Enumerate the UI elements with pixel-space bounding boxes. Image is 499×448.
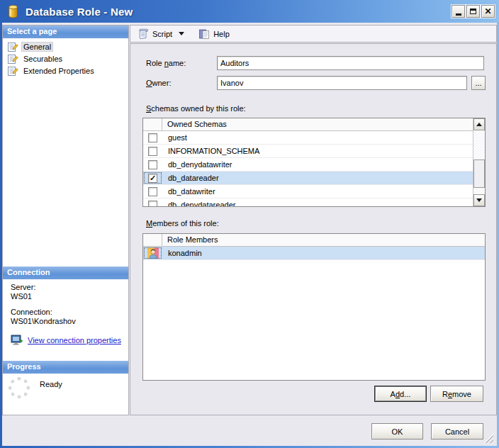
schema-checkbox-cell (143, 131, 162, 144)
connection-properties-icon (11, 335, 23, 346)
schemas-scrollbar[interactable] (473, 118, 485, 206)
schema-checkbox[interactable] (148, 201, 157, 207)
scrollbar-up-button[interactable] (473, 118, 485, 130)
sidebar-item-general[interactable]: General (4, 40, 127, 52)
maximize-button[interactable] (466, 5, 480, 18)
schemas-table: Owned Schemas guest INFORMATION_SCHEMA d… (142, 118, 486, 207)
schema-row-db-datareader[interactable]: ✓ db_datareader (143, 172, 473, 185)
members-table-header: Role Members (143, 234, 485, 247)
add-button[interactable]: Add... (374, 386, 427, 402)
window-title: Database Role - New (26, 6, 452, 18)
schema-row-information-schema[interactable]: INFORMATION_SCHEMA (143, 145, 473, 158)
schema-name: db_datareader (162, 174, 219, 182)
user-icon (147, 247, 159, 259)
script-button[interactable]: Script (135, 27, 186, 41)
arrow-up-icon (476, 123, 482, 126)
server-value: WS01 (11, 292, 124, 301)
database-icon (7, 4, 19, 18)
ok-button[interactable]: OK (371, 423, 423, 439)
sidebar-item-label: Extended Properties (22, 67, 96, 75)
select-a-page-header: Select a page (3, 26, 128, 38)
schema-name: db_datawriter (162, 187, 215, 196)
schema-checkbox-cell: ✓ (143, 172, 162, 184)
schema-checkbox-cell (143, 158, 162, 171)
schema-row-db-denydatawriter[interactable]: db_denydatawriter (143, 158, 473, 172)
help-book-icon (198, 28, 210, 40)
member-name: konadmin (162, 249, 202, 257)
member-icon-cell (143, 247, 162, 259)
schema-checkbox[interactable] (148, 133, 157, 142)
schema-row-guest[interactable]: guest (143, 131, 473, 145)
script-label: Script (152, 30, 172, 38)
role-name-label: Role name: (146, 59, 186, 69)
schema-checkbox[interactable] (148, 187, 157, 196)
close-button[interactable]: ✕ (481, 5, 495, 18)
role-name-input[interactable] (217, 56, 484, 70)
minimize-icon (456, 13, 461, 16)
schema-name: INFORMATION_SCHEMA (162, 147, 259, 155)
sidebar-item-extended-properties[interactable]: Extended Properties (4, 65, 127, 77)
scrollbar-thumb[interactable] (473, 159, 485, 188)
main-pane: Script Help Role name: Owner: (130, 25, 497, 415)
owner-browse-button[interactable]: ... (471, 76, 486, 90)
schema-checkbox[interactable] (148, 160, 157, 169)
resize-grip[interactable] (484, 434, 493, 443)
members-table: Role Members konadmin (142, 233, 486, 381)
sidebar: Select a page General Securables Extende… (2, 25, 129, 415)
progress-spinner (9, 377, 30, 398)
member-row-konadmin[interactable]: konadmin (143, 247, 485, 260)
checkbox-column-header (143, 118, 162, 130)
schema-checkbox-cell (143, 145, 162, 157)
sidebar-item-label: Securables (22, 55, 64, 63)
connection-info: Server: WS01 Connection: WS01\Kondrashov… (11, 283, 124, 346)
titlebar: Database Role - New ✕ (0, 0, 499, 23)
owned-schemas-column-header: Owned Schemas (162, 118, 473, 130)
schema-checkbox-cell (143, 185, 162, 198)
toolbar: Script Help (130, 25, 497, 43)
dialog-body: Select a page General Securables Extende… (2, 23, 497, 446)
scrollbar-down-button[interactable] (473, 194, 485, 206)
page-list: General Securables Extended Properties (4, 40, 127, 77)
schema-row-db-denydatareader[interactable]: db_denydatareader (143, 198, 473, 206)
sidebar-item-securables[interactable]: Securables (4, 52, 127, 65)
property-page-icon (7, 41, 18, 52)
script-dropdown-icon[interactable] (179, 32, 184, 35)
minimize-button[interactable] (452, 5, 465, 18)
help-button[interactable]: Help (196, 27, 232, 41)
icon-column-header (143, 234, 162, 246)
progress-info: Ready (9, 377, 122, 398)
role-members-column-header: Role Members (162, 234, 485, 246)
server-label: Server: (11, 283, 124, 292)
general-page: Role name: Owner: ... Schemas owned by t… (130, 43, 497, 415)
schema-checkbox[interactable] (148, 147, 157, 156)
owner-label: Owner: (146, 79, 171, 89)
connection-value: WS01\Kondrashov (11, 317, 124, 326)
schema-name: db_denydatareader (162, 201, 235, 206)
schema-checkbox-cell (143, 198, 162, 206)
schemas-table-header: Owned Schemas (143, 118, 473, 131)
schema-name: db_denydatawriter (162, 160, 232, 169)
schema-row-db-datawriter[interactable]: db_datawriter (143, 185, 473, 198)
arrow-down-icon (476, 198, 482, 202)
schema-name: guest (162, 133, 187, 142)
schema-checkbox[interactable]: ✓ (148, 174, 157, 183)
sidebar-item-label: General (22, 43, 52, 51)
members-label: Members of this role: (146, 219, 219, 229)
help-label: Help (213, 30, 230, 38)
cancel-button[interactable]: Cancel (431, 423, 483, 439)
maximize-icon (470, 9, 476, 14)
property-page-icon (7, 65, 18, 77)
progress-status: Ready (40, 380, 62, 398)
footer: OK Cancel (2, 417, 497, 446)
progress-header: Progress (3, 361, 128, 374)
property-page-icon (7, 53, 18, 65)
schemas-owned-label: Schemas owned by this role: (146, 104, 246, 114)
database-role-new-dialog: Database Role - New ✕ Select a page Gene… (0, 0, 499, 448)
remove-button[interactable]: Remove (430, 386, 483, 402)
script-scroll-icon (138, 28, 149, 40)
close-icon: ✕ (484, 8, 491, 15)
connection-header: Connection (3, 267, 128, 279)
view-connection-properties-link[interactable]: View connection properties (28, 336, 121, 345)
connection-label: Connection: (11, 308, 124, 317)
owner-input[interactable] (217, 76, 467, 90)
